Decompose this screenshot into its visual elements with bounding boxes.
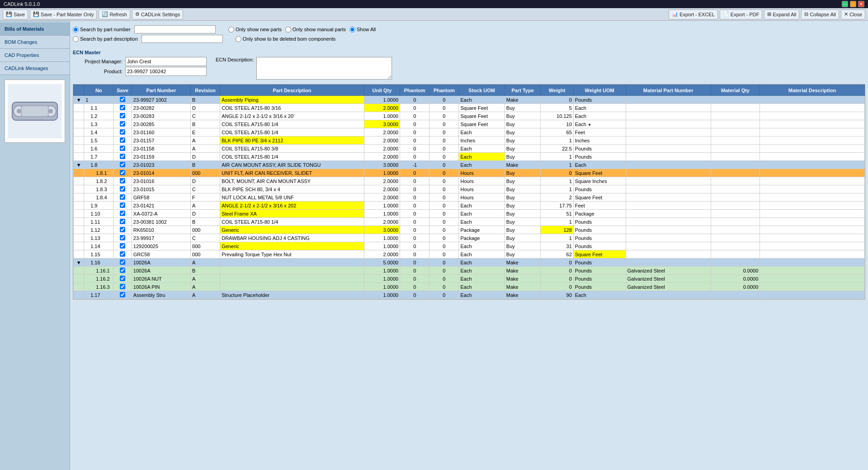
save-checkbox[interactable] bbox=[120, 251, 125, 257]
save-checkbox[interactable] bbox=[120, 276, 125, 281]
search-part-number-input[interactable] bbox=[134, 25, 216, 33]
save-cell[interactable] bbox=[113, 185, 132, 193]
save-cell[interactable] bbox=[113, 177, 132, 185]
save-cell[interactable] bbox=[113, 218, 132, 226]
save-cell[interactable] bbox=[113, 153, 132, 161]
save-checkbox[interactable] bbox=[120, 154, 125, 159]
product-input[interactable] bbox=[125, 67, 207, 76]
weight-cell: 2 bbox=[541, 193, 573, 202]
save-cell[interactable] bbox=[113, 136, 132, 145]
save-checkbox[interactable] bbox=[120, 137, 125, 143]
save-cell[interactable] bbox=[113, 104, 132, 112]
save-cell[interactable] bbox=[113, 112, 132, 120]
search-part-desc-radio[interactable] bbox=[73, 36, 79, 42]
save-checkbox[interactable] bbox=[120, 105, 125, 110]
save-checkbox[interactable] bbox=[120, 268, 125, 273]
save-checkbox[interactable] bbox=[120, 284, 125, 289]
unit-qty-cell: 1.0000 bbox=[364, 210, 400, 218]
save-cell[interactable] bbox=[113, 242, 132, 250]
material-part-num-cell bbox=[626, 161, 711, 169]
save-checkbox[interactable] bbox=[120, 243, 125, 249]
collapse-row-icon[interactable]: ▼ bbox=[76, 97, 81, 103]
minimize-button[interactable]: — bbox=[842, 1, 848, 7]
expand-all-button[interactable]: ⊞ Expand All bbox=[764, 9, 799, 19]
save-cell[interactable] bbox=[113, 275, 132, 283]
only-new-parts-radio[interactable] bbox=[228, 27, 234, 33]
close-window-button[interactable]: ✕ bbox=[858, 1, 864, 7]
save-cell[interactable] bbox=[113, 210, 132, 218]
save-cell[interactable] bbox=[113, 258, 132, 267]
save-cell[interactable] bbox=[113, 145, 132, 153]
save-checkbox[interactable] bbox=[120, 146, 125, 151]
expand-cell bbox=[74, 193, 84, 202]
save-cell[interactable] bbox=[113, 128, 132, 136]
save-cell[interactable] bbox=[113, 96, 132, 104]
save-cell[interactable] bbox=[113, 234, 132, 242]
save-button[interactable]: 💾 Save bbox=[3, 9, 28, 19]
expand-cell[interactable]: ▼ bbox=[74, 96, 84, 104]
ecn-description-input[interactable] bbox=[256, 57, 392, 80]
only-manual-parts-radio[interactable] bbox=[285, 27, 291, 33]
expand-cell bbox=[74, 267, 84, 275]
part-number-cell: Assembly Stru bbox=[132, 291, 190, 299]
part-type-cell: Buy bbox=[505, 218, 541, 226]
save-cell[interactable] bbox=[113, 250, 132, 258]
save-checkbox[interactable] bbox=[120, 227, 125, 232]
search-part-desc-input[interactable] bbox=[142, 35, 223, 43]
material-desc-cell bbox=[760, 120, 865, 128]
save-cell[interactable] bbox=[113, 226, 132, 234]
save-cell[interactable] bbox=[113, 283, 132, 291]
save-checkbox[interactable] bbox=[120, 219, 125, 224]
search-part-number-label[interactable]: Search by part number bbox=[73, 27, 131, 33]
maximize-button[interactable]: □ bbox=[850, 1, 856, 7]
export-pdf-button[interactable]: 📄 Export - PDF bbox=[720, 9, 763, 19]
show-all-label[interactable]: Show All bbox=[349, 27, 376, 33]
collapse-row-icon[interactable]: ▼ bbox=[76, 162, 81, 168]
save-cell[interactable] bbox=[113, 291, 132, 299]
cadlink-settings-button[interactable]: ⚙ CADLink Settings bbox=[132, 9, 183, 19]
only-new-parts-label[interactable]: Only show new parts bbox=[228, 27, 282, 33]
save-part-master-button[interactable]: 💾 Save - Part Master Only bbox=[30, 9, 97, 19]
save-checkbox[interactable] bbox=[120, 259, 125, 265]
project-manager-input[interactable] bbox=[125, 57, 207, 66]
save-cell[interactable] bbox=[113, 193, 132, 202]
save-checkbox[interactable] bbox=[120, 170, 125, 175]
only-manual-parts-label[interactable]: Only show manual parts bbox=[285, 27, 346, 33]
close-button[interactable]: ✕ Close bbox=[841, 9, 865, 19]
save-checkbox[interactable] bbox=[120, 186, 125, 192]
only-to-delete-radio[interactable] bbox=[236, 36, 241, 42]
collapse-row-icon[interactable]: ▼ bbox=[76, 260, 81, 265]
save-cell[interactable] bbox=[113, 120, 132, 128]
refresh-button[interactable]: 🔄 Refresh bbox=[99, 9, 130, 19]
search-part-number-radio[interactable] bbox=[73, 27, 79, 33]
sidebar-item-bom-changes[interactable]: BOM Changes bbox=[0, 36, 70, 49]
sidebar-item-cad-properties[interactable]: CAD Properties bbox=[0, 49, 70, 62]
save-checkbox[interactable] bbox=[120, 194, 125, 200]
sidebar-item-cadlink-messages[interactable]: CADLink Messages bbox=[0, 62, 70, 75]
save-checkbox[interactable] bbox=[120, 121, 125, 127]
sidebar-item-bom[interactable]: Bills of Materials bbox=[0, 23, 70, 36]
save-checkbox[interactable] bbox=[120, 162, 125, 167]
save-checkbox[interactable] bbox=[120, 97, 125, 102]
expand-cell[interactable]: ▼ bbox=[74, 161, 84, 169]
save-cell[interactable] bbox=[113, 267, 132, 275]
save-checkbox[interactable] bbox=[120, 292, 125, 297]
wuom-dropdown-arrow[interactable]: ▼ bbox=[588, 123, 591, 127]
unit-qty-cell: 2.0000 bbox=[364, 193, 400, 202]
save-checkbox[interactable] bbox=[120, 178, 125, 183]
export-excel-button[interactable]: 📊 Export - EXCEL bbox=[669, 9, 718, 19]
save-checkbox[interactable] bbox=[120, 235, 125, 240]
show-all-radio[interactable] bbox=[349, 27, 355, 33]
save-checkbox[interactable] bbox=[120, 211, 125, 216]
save-cell[interactable] bbox=[113, 161, 132, 169]
search-part-desc-label[interactable]: Search by part description bbox=[73, 36, 138, 42]
save-checkbox[interactable] bbox=[120, 113, 125, 118]
save-cell[interactable] bbox=[113, 202, 132, 210]
stock-uom-cell: Each bbox=[459, 161, 505, 169]
collapse-all-button[interactable]: ⊟ Collapse All bbox=[801, 9, 839, 19]
expand-cell[interactable]: ▼ bbox=[74, 258, 84, 267]
save-cell[interactable] bbox=[113, 169, 132, 177]
save-checkbox[interactable] bbox=[120, 202, 125, 208]
save-checkbox[interactable] bbox=[120, 129, 125, 135]
only-to-delete-label[interactable]: Only show to be deleted bom components bbox=[236, 36, 335, 42]
